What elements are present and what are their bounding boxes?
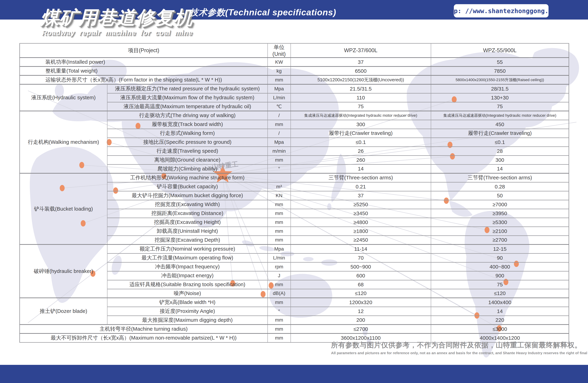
column-header: 项目(Project) (20, 43, 268, 58)
value-wpz55: ≤120 (431, 289, 569, 298)
spec-label: 整机重量(Total weight) (20, 66, 268, 75)
unit-cell: dB(A) (268, 289, 291, 298)
value-wpz37: 300 (291, 120, 431, 129)
unit-cell: mm (268, 325, 291, 333)
spec-label: 装机功率(Installed power) (20, 57, 268, 66)
unit-cell: ° (268, 307, 291, 316)
value-wpz37: 200 (291, 316, 431, 325)
value-wpz37: ≤2700 (291, 325, 431, 333)
value-wpz55: 1400x400 (431, 298, 569, 307)
unit-cell: L/min (268, 253, 291, 262)
value-wpz55: 0.28 (431, 182, 569, 191)
value-wpz55: 90 (431, 253, 569, 262)
unit-cell: mm (268, 218, 291, 227)
group-label: 行走机构(Walking mechanism) (20, 111, 107, 173)
value-wpz37: ≥5250 (291, 200, 431, 209)
spec-label: 履带板宽度(Track board width) (107, 120, 268, 129)
value-wpz55: ≥2100 (431, 227, 569, 236)
value-wpz37: ≥1800 (291, 227, 431, 236)
unit-cell: mm (268, 209, 291, 218)
unit-cell: mm (268, 298, 291, 307)
value-wpz55: 450 (431, 120, 569, 129)
unit-cell: / (268, 111, 291, 120)
value-wpz37: 37 (291, 57, 431, 66)
unit-cell: mm (268, 227, 291, 236)
specifications-table: 项目(Project)单位(Unit)WPZ-37/600LWPZ-55/900… (19, 43, 569, 343)
value-wpz37: 75 (291, 102, 431, 111)
table-row: 装机功率(Installed power)KW3755 (20, 57, 569, 66)
value-wpz55: 履带行走(Crawler traveling) (431, 129, 569, 138)
unit-cell: m³ (268, 182, 291, 191)
unit-cell: mm (268, 316, 291, 325)
unit-cell: Mpa (268, 245, 291, 253)
value-wpz37: 110 (291, 93, 431, 102)
spec-label: 卸载高度(Uninstall Height) (107, 227, 268, 236)
spec-label: 接地比压(Specific pressure to ground) (107, 138, 268, 147)
spec-label: 冲击频率(Impact frequency) (107, 262, 268, 271)
unit-cell: Mpa (268, 138, 291, 147)
value-wpz55: 28/31.5 (431, 84, 569, 93)
unit-cell: KW (268, 57, 291, 66)
spec-label: 最大工作流量(Maximum operating flow) (107, 253, 268, 262)
unit-cell: mm (268, 120, 291, 129)
spec-label: 最大不可拆卸件尺寸（长x宽x高）(Maximum non-removable p… (20, 333, 268, 342)
value-wpz55: ≥7000 (431, 200, 569, 209)
value-wpz37: 履带行走(Crawler traveling) (291, 129, 431, 138)
value-wpz55: 55 (431, 57, 569, 66)
page-title-english: Roadway repair machine for coal mine (42, 29, 193, 37)
unit-cell: / (268, 129, 291, 138)
column-header: 单位(Unit) (268, 43, 291, 58)
spec-label: 行走形式(Walking form) (107, 129, 268, 138)
table-row: 主机转弯半径(Machine turning radius)mm≤2700≤30… (20, 325, 569, 333)
value-wpz37: 14 (291, 164, 431, 173)
spec-label: 运输状态外形尺寸（长x宽x高）(Form factor in the shipp… (20, 75, 268, 84)
spec-label: 噪声(Noise) (107, 289, 268, 298)
disclaimer-english: All parameters and pictures are for refe… (331, 351, 555, 355)
group-label: 推土铲(Dozer blade) (20, 298, 107, 325)
website-url-text: Http: //www.shantezhonggong.com (442, 7, 560, 15)
value-wpz55: 5800x1400x2300(1550-2155升顶棚(Raised ceili… (431, 75, 569, 84)
value-wpz37: ≤120 (291, 289, 431, 298)
spec-label: 行走速度(Traveling speed) (107, 147, 268, 155)
page-title-chinese: 煤矿用巷道修复机 (41, 5, 193, 30)
value-wpz55: 130+30 (431, 93, 569, 102)
table-row: 液压系统(Hydraulic system)液压系统额定压力(The rated… (20, 84, 569, 93)
table-row: 铲斗装载(Bucket loading)工作机结构形式(Working mach… (20, 173, 569, 182)
value-wpz37: ≥4800 (291, 218, 431, 227)
value-wpz37: ≥3450 (291, 209, 431, 218)
unit-cell: mm (268, 200, 291, 209)
value-wpz55: 400~800 (431, 262, 569, 271)
value-wpz37: ≥2450 (291, 236, 431, 245)
value-wpz37: 0.21 (291, 182, 431, 191)
group-label: 铲斗装载(Bucket loading) (20, 173, 107, 245)
table-row: 行走机构(Walking mechanism)行走驱动方式(The drivin… (20, 111, 569, 120)
unit-cell: mm (268, 280, 291, 289)
brochure-page: { "header": { "title_cn": "煤矿用巷道修复机", "t… (0, 0, 588, 383)
value-wpz55: 14 (431, 307, 569, 316)
value-wpz37: 12 (291, 307, 431, 316)
value-wpz37: 6500 (291, 66, 431, 75)
value-wpz55: 50 (431, 191, 569, 200)
value-wpz37: 70 (291, 253, 431, 262)
table-row: 破碎锤(hydraulic breaker)额定工作压力(Nominal wor… (20, 245, 569, 253)
spec-label: 铲斗容量(Bucket capacity) (107, 182, 268, 191)
value-wpz55: ≤0.1 (431, 138, 569, 147)
unit-cell: KN (268, 191, 291, 200)
column-header: WPZ-55/900L (431, 43, 569, 58)
disclaimer-chinese: 所有参数与图片仅供参考，不作为合同附件及依据，山特重工保留最终解释权。 (331, 340, 555, 350)
website-url-badge[interactable]: Http: //www.shantezhonggong.com (454, 4, 548, 18)
unit-cell: ℃ (268, 102, 291, 111)
spec-label: 额定工作压力(Nominal working pressure) (107, 245, 268, 253)
value-wpz55: 300 (431, 155, 569, 164)
value-wpz55: 28 (431, 147, 569, 155)
value-wpz37: 68 (291, 280, 431, 289)
value-wpz37: 三节臂(Three-section arms) (291, 173, 431, 182)
value-wpz55: 75 (431, 280, 569, 289)
value-wpz37: 11-14 (291, 245, 431, 253)
unit-cell: mm (268, 236, 291, 245)
spec-label: 爬坡能力(Climbing ability) (107, 164, 268, 173)
value-wpz37: 260 (291, 155, 431, 164)
spec-label: 挖掘宽度(Excavating Width) (107, 200, 268, 209)
spec-label: 冲击能(Impact energy) (107, 271, 268, 280)
value-wpz37: 600 (291, 271, 431, 280)
